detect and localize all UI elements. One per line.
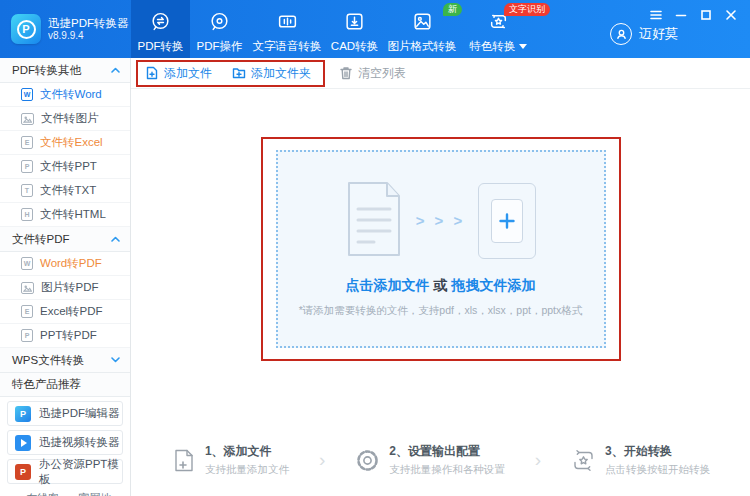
ocr-badge: 文字识别 [504, 3, 550, 16]
sidebar-item-file-to-excel[interactable]: E 文件转Excel [0, 131, 130, 155]
sidebar: PDF转换其他 W 文件转Word 文件转图片 E 文件转Excel P 文件转… [0, 58, 131, 496]
file-plus-icon [145, 66, 159, 80]
chevron-up-icon [111, 236, 120, 242]
word-doc-icon: W [21, 257, 33, 270]
section-pdf-convert-other[interactable]: PDF转换其他 [0, 58, 130, 83]
toolbar: 添加文件 添加文件夹 清空列表 [131, 58, 750, 89]
word-doc-icon: W [21, 88, 33, 101]
tab-label: 特色转换 [470, 39, 516, 54]
sidebar-item-file-to-txt[interactable]: T 文件转TXT [0, 179, 130, 203]
menu-icon[interactable] [647, 7, 665, 23]
dropzone-title: 点击添加文件或拖拽文件添加 [346, 277, 536, 295]
document-icon [345, 181, 403, 261]
maximize-icon[interactable] [697, 7, 715, 23]
dropzone-hint: *请添加需要转换的文件，支持pdf，xls，xlsx，ppt，pptx格式 [299, 304, 583, 318]
sidebar-item-file-to-ppt[interactable]: P 文件转PPT [0, 155, 130, 179]
window-controls [647, 7, 740, 23]
section-featured-products: 特色产品推荐 [0, 373, 130, 397]
sidebar-item-excel-to-pdf[interactable]: E Excel转PDF [0, 300, 130, 324]
app-version: v8.9.9.4 [48, 30, 129, 43]
sidebar-item-ppt-to-pdf[interactable]: P PPT转PDF [0, 324, 130, 348]
gear-icon [355, 448, 380, 473]
html-doc-icon: H [21, 208, 33, 221]
ppt-doc-icon: P [21, 329, 33, 342]
app-logo-icon: P [11, 14, 41, 44]
add-folder-button[interactable]: 添加文件夹 [232, 65, 311, 82]
product-ppt-templates[interactable]: P 办公资源PPT模板 [7, 459, 123, 484]
sidebar-item-file-to-html[interactable]: H 文件转HTML [0, 203, 130, 227]
clear-list-button[interactable]: 清空列表 [339, 65, 406, 82]
user-name: 迈好莫 [639, 25, 678, 43]
online-service-link[interactable]: 在线客服 [10, 491, 64, 496]
step-start-convert: 3、开始转换 点击转换按钮开始转换 [571, 443, 710, 477]
step-output-settings: 2、设置输出配置 支持批量操作和各种设置 [355, 443, 505, 477]
official-site-link[interactable]: e 官网地址 [64, 491, 118, 496]
folder-plus-icon [232, 66, 246, 80]
pdf-convert-icon [150, 11, 171, 34]
main-panel: 添加文件 添加文件夹 清空列表 [131, 58, 750, 496]
close-icon[interactable] [722, 7, 740, 23]
voice-wave-icon [277, 11, 298, 34]
click-add-text[interactable]: 点击添加文件 [346, 277, 430, 293]
tab-label: CAD转换 [331, 39, 378, 54]
tab-cad-convert[interactable]: CAD转换 [325, 0, 384, 58]
sidebar-item-image-to-pdf[interactable]: 图片转PDF [0, 276, 130, 300]
tab-text-voice-convert[interactable]: 文字语音转换 [249, 0, 325, 58]
tab-label: 图片格式转换 [388, 39, 457, 54]
minimize-icon[interactable] [672, 7, 690, 23]
main-tabs: PDF转换 PDF操作 文字语音转换 CAD转换 新 图片格式转换 文字识别 [131, 0, 536, 58]
video-converter-icon [15, 435, 31, 451]
user-avatar-icon [610, 23, 632, 45]
tab-label: PDF操作 [197, 39, 243, 54]
add-buttons-annotation-box: 添加文件 添加文件夹 [136, 60, 325, 87]
sidebar-item-word-to-pdf[interactable]: W Word转PDF [0, 252, 130, 276]
chevron-down-icon [519, 44, 527, 49]
trash-icon [339, 66, 353, 80]
file-dropzone[interactable]: > > > 点击添加文件或拖拽文件添加 *请添加需要转换的文件，支持pdf，xl… [276, 150, 606, 348]
topbar: P 迅捷PDF转换器 v8.9.9.4 PDF转换 PDF操作 文字语音转换 C… [0, 0, 750, 58]
ppt-templates-icon: P [15, 464, 31, 480]
step-add-files: 1、添加文件 支持批量添加文件 [171, 443, 289, 477]
excel-doc-icon: E [21, 305, 33, 318]
chevron-right-icon: › [319, 449, 325, 471]
app-window: P 迅捷PDF转换器 v8.9.9.4 PDF转换 PDF操作 文字语音转换 C… [0, 0, 750, 496]
txt-doc-icon: T [21, 184, 33, 197]
arrows-right-icon: > > > [416, 212, 466, 229]
sidebar-item-file-to-word[interactable]: W 文件转Word [0, 83, 130, 107]
image-doc-icon [21, 282, 34, 294]
sidebar-item-file-to-image[interactable]: 文件转图片 [0, 107, 130, 131]
image-doc-icon [21, 113, 34, 125]
app-title: 迅捷PDF转换器 [48, 16, 129, 30]
cad-download-icon [344, 11, 365, 34]
chevron-down-icon [111, 357, 120, 363]
tab-label: PDF转换 [138, 39, 184, 54]
logo-area: P 迅捷PDF转换器 v8.9.9.4 [0, 0, 131, 58]
pdf-operate-icon [209, 11, 230, 34]
chevron-right-icon: › [535, 449, 541, 471]
image-icon [412, 11, 433, 34]
product-pdf-editor[interactable]: P 迅捷PDF编辑器 [7, 401, 123, 426]
dropzone-annotation-box: > > > 点击添加文件或拖拽文件添加 *请添加需要转换的文件，支持pdf，xl… [261, 137, 621, 361]
tab-pdf-convert[interactable]: PDF转换 [131, 0, 190, 58]
file-plus-icon [171, 448, 196, 473]
chevron-up-icon [111, 67, 120, 73]
add-file-button[interactable]: 添加文件 [145, 65, 212, 82]
product-video-converter[interactable]: 迅捷视频转换器 [7, 430, 123, 455]
section-wps-convert[interactable]: WPS文件转换 [0, 348, 130, 373]
ppt-doc-icon: P [21, 160, 33, 173]
tab-image-format-convert[interactable]: 新 图片格式转换 [384, 0, 460, 58]
sidebar-footer: 在线客服 e 官网地址 [0, 484, 130, 496]
section-file-to-pdf[interactable]: 文件转PDF [0, 227, 130, 252]
tab-label: 文字语音转换 [253, 39, 322, 54]
tab-special-convert[interactable]: 文字识别 特色转换 [460, 0, 536, 58]
drag-add-text: 拖拽文件添加 [452, 277, 536, 293]
add-target-icon [478, 183, 536, 259]
user-account[interactable]: 迈好莫 [610, 23, 678, 45]
tab-pdf-operate[interactable]: PDF操作 [190, 0, 249, 58]
pdf-editor-icon: P [15, 406, 31, 422]
excel-doc-icon: E [21, 136, 33, 149]
steps-bar: 1、添加文件 支持批量添加文件 › 2、设置输出配置 支持批量操作和各种设置 › [131, 424, 750, 496]
convert-star-icon [571, 448, 596, 473]
